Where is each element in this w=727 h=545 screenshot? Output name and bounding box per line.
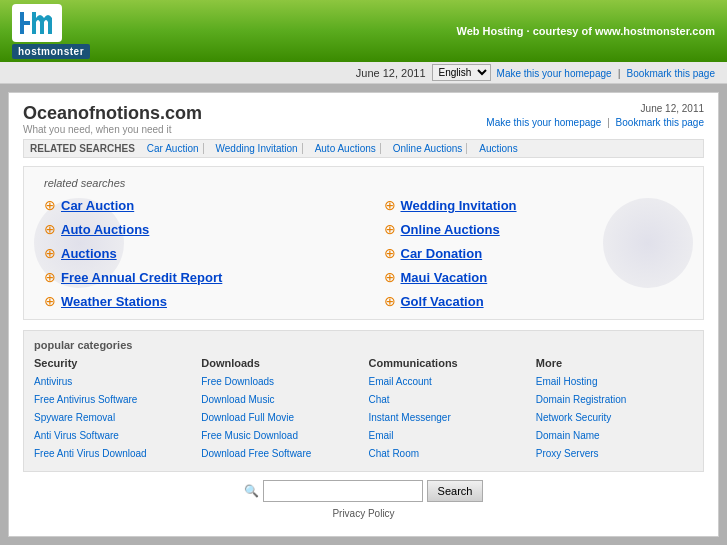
search-input[interactable] bbox=[263, 480, 423, 502]
search-item: ⊕ Maui Vacation bbox=[384, 269, 684, 285]
action-links: Make this your homepage | Bookmark this … bbox=[486, 117, 704, 128]
link-spyware[interactable]: Spyware Removal bbox=[34, 409, 191, 427]
content-panel: Oceanofnotions.com What you need, when y… bbox=[8, 92, 719, 537]
arrow-icon: ⊕ bbox=[44, 245, 56, 261]
language-select[interactable]: English bbox=[432, 64, 491, 81]
link-weather[interactable]: Weather Stations bbox=[61, 294, 167, 309]
search-icon: 🔍 bbox=[244, 484, 259, 498]
search-item: ⊕ Free Annual Credit Report bbox=[44, 269, 344, 285]
arrow-icon: ⊕ bbox=[384, 221, 396, 237]
related-label: RELATED SEARCHES bbox=[30, 143, 135, 154]
link-free-antivirus[interactable]: Free Antivirus Software bbox=[34, 391, 191, 409]
link-car-auction[interactable]: Car Auction bbox=[61, 198, 134, 213]
downloads-header: Downloads bbox=[201, 357, 358, 369]
arrow-icon: ⊕ bbox=[384, 245, 396, 261]
site-title-row: Oceanofnotions.com What you need, when y… bbox=[23, 103, 704, 135]
link-free-downloads[interactable]: Free Downloads bbox=[201, 373, 358, 391]
hostmonster-label: hostmonster bbox=[12, 44, 90, 59]
logo-icon bbox=[12, 4, 62, 42]
more-col: More Email Hosting Domain Registration N… bbox=[536, 357, 693, 463]
search-grid: ⊕ Car Auction ⊕ Wedding Invitation ⊕ Aut… bbox=[44, 197, 683, 309]
link-free-music[interactable]: Free Music Download bbox=[201, 427, 358, 445]
top-header: hostmonster Web Hosting · courtesy of ww… bbox=[0, 0, 727, 62]
link-free-antivirus-dl[interactable]: Free Anti Virus Download bbox=[34, 445, 191, 463]
link-auctions[interactable]: Auctions bbox=[61, 246, 117, 261]
svg-rect-1 bbox=[20, 21, 30, 25]
arrow-icon: ⊕ bbox=[44, 293, 56, 309]
site-title: Oceanofnotions.com bbox=[23, 103, 202, 124]
logo-area: hostmonster bbox=[12, 4, 90, 59]
arrow-icon: ⊕ bbox=[44, 221, 56, 237]
date-display: June 12, 2011 bbox=[356, 67, 426, 79]
link-online-auctions[interactable]: Online Auctions bbox=[401, 222, 500, 237]
top-right-info: June 12, 2011 Make this your homepage | … bbox=[486, 103, 704, 128]
bookmark-link[interactable]: Bookmark this page bbox=[627, 68, 715, 79]
search-item: ⊕ Auto Auctions bbox=[44, 221, 344, 237]
privacy-policy-link[interactable]: Privacy Policy bbox=[332, 508, 394, 519]
link-antivirus-software[interactable]: Anti Virus Software bbox=[34, 427, 191, 445]
search-bar: 🔍 Search bbox=[23, 480, 704, 502]
sub-header: June 12, 2011 English Make this your hom… bbox=[0, 62, 727, 84]
bookmark-link-2[interactable]: Bookmark this page bbox=[616, 117, 704, 128]
link-email-account[interactable]: Email Account bbox=[369, 373, 526, 391]
link-email-hosting[interactable]: Email Hosting bbox=[536, 373, 693, 391]
search-item: ⊕ Car Donation bbox=[384, 245, 684, 261]
communications-col: Communications Email Account Chat Instan… bbox=[369, 357, 526, 463]
related-link-car-auction[interactable]: Car Auction bbox=[143, 143, 204, 154]
popular-categories: popular categories Security Antivirus Fr… bbox=[23, 330, 704, 472]
homepage-link[interactable]: Make this your homepage bbox=[497, 68, 612, 79]
link-antivirus[interactable]: Antivirus bbox=[34, 373, 191, 391]
search-item: ⊕ Weather Stations bbox=[44, 293, 344, 309]
link-instant-messenger[interactable]: Instant Messenger bbox=[369, 409, 526, 427]
more-header: More bbox=[536, 357, 693, 369]
search-item: ⊕ Wedding Invitation bbox=[384, 197, 684, 213]
link-download-software[interactable]: Download Free Software bbox=[201, 445, 358, 463]
link-network-security[interactable]: Network Security bbox=[536, 409, 693, 427]
arrow-icon: ⊕ bbox=[384, 197, 396, 213]
svg-rect-2 bbox=[32, 12, 36, 34]
related-bar: RELATED SEARCHES Car Auction Wedding Inv… bbox=[23, 139, 704, 158]
link-download-music[interactable]: Download Music bbox=[201, 391, 358, 409]
link-golf-vacation[interactable]: Golf Vacation bbox=[401, 294, 484, 309]
related-link-auctions[interactable]: Auctions bbox=[475, 143, 521, 154]
search-item: ⊕ Online Auctions bbox=[384, 221, 684, 237]
link-download-movie[interactable]: Download Full Movie bbox=[201, 409, 358, 427]
search-item: ⊕ Golf Vacation bbox=[384, 293, 684, 309]
link-domain-name[interactable]: Domain Name bbox=[536, 427, 693, 445]
related-link-online[interactable]: Online Auctions bbox=[389, 143, 468, 154]
link-email[interactable]: Email bbox=[369, 427, 526, 445]
section-title: related searches bbox=[44, 177, 683, 189]
homepage-link-2[interactable]: Make this your homepage bbox=[486, 117, 601, 128]
header-tagline: Web Hosting · courtesy of www.hostmonste… bbox=[456, 25, 715, 37]
security-col: Security Antivirus Free Antivirus Softwa… bbox=[34, 357, 191, 463]
communications-header: Communications bbox=[369, 357, 526, 369]
link-auto-auctions[interactable]: Auto Auctions bbox=[61, 222, 149, 237]
link-maui-vacation[interactable]: Maui Vacation bbox=[401, 270, 488, 285]
related-link-auto[interactable]: Auto Auctions bbox=[311, 143, 381, 154]
site-info: Oceanofnotions.com What you need, when y… bbox=[23, 103, 202, 135]
security-header: Security bbox=[34, 357, 191, 369]
site-subtitle: What you need, when you need it bbox=[23, 124, 202, 135]
arrow-icon: ⊕ bbox=[44, 269, 56, 285]
link-wedding[interactable]: Wedding Invitation bbox=[401, 198, 517, 213]
link-free-credit[interactable]: Free Annual Credit Report bbox=[61, 270, 222, 285]
categories-grid: Security Antivirus Free Antivirus Softwa… bbox=[34, 357, 693, 463]
downloads-col: Downloads Free Downloads Download Music … bbox=[201, 357, 358, 463]
link-chat[interactable]: Chat bbox=[369, 391, 526, 409]
arrow-icon: ⊕ bbox=[384, 269, 396, 285]
link-proxy[interactable]: Proxy Servers bbox=[536, 445, 693, 463]
search-button[interactable]: Search bbox=[427, 480, 484, 502]
related-searches-section: related searches ⊕ Car Auction ⊕ Wedding… bbox=[23, 166, 704, 320]
link-car-donation[interactable]: Car Donation bbox=[401, 246, 483, 261]
search-item: ⊕ Auctions bbox=[44, 245, 344, 261]
arrow-icon: ⊕ bbox=[44, 197, 56, 213]
related-link-wedding[interactable]: Wedding Invitation bbox=[212, 143, 303, 154]
search-item: ⊕ Car Auction bbox=[44, 197, 344, 213]
link-domain-reg[interactable]: Domain Registration bbox=[536, 391, 693, 409]
link-chat-room[interactable]: Chat Room bbox=[369, 445, 526, 463]
main-wrapper: Oceanofnotions.com What you need, when y… bbox=[0, 84, 727, 545]
arrow-icon: ⊕ bbox=[384, 293, 396, 309]
footer: Privacy Policy bbox=[23, 508, 704, 519]
sub-links: Make this your homepage | Bookmark this … bbox=[497, 67, 715, 79]
date-top-right: June 12, 2011 bbox=[486, 103, 704, 114]
